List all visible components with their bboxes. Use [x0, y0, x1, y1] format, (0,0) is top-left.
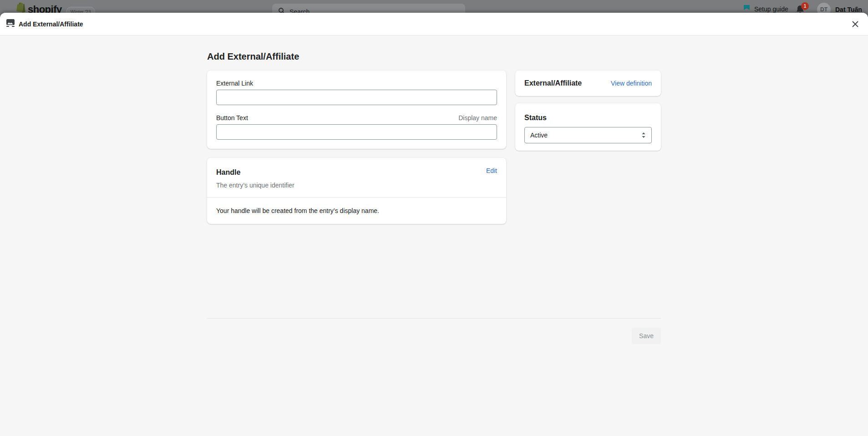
notifications-button[interactable]: 1	[796, 5, 807, 13]
edition-badge[interactable]: Winter '23	[66, 7, 96, 13]
shopify-logo[interactable]: shopify Winter '23	[16, 2, 95, 13]
admin-topbar-inner: shopify Winter '23 Search Setup guide	[0, 0, 868, 13]
close-icon	[851, 20, 860, 29]
search-icon	[278, 7, 285, 13]
status-select[interactable]: Active	[524, 127, 652, 143]
updown-arrows-icon	[641, 132, 646, 138]
edit-handle-link[interactable]: Edit	[486, 167, 497, 174]
modal-footer: Save	[207, 318, 661, 344]
display-name-hint: Display name	[458, 114, 497, 122]
view-definition-link[interactable]: View definition	[611, 80, 652, 87]
status-selected-value: Active	[530, 132, 548, 139]
external-link-label: External Link	[216, 80, 497, 87]
definition-card-title: External/Affiliate	[524, 78, 582, 89]
search-placeholder: Search	[289, 8, 310, 13]
handle-subtitle: The entry’s unique identifier	[216, 181, 497, 190]
page-title: Add External/Affiliate	[207, 50, 661, 63]
search-input[interactable]: Search	[272, 4, 465, 13]
shopify-wordmark: shopify	[28, 4, 62, 13]
notification-count-badge: 1	[801, 2, 809, 10]
button-text-input[interactable]	[216, 124, 497, 140]
user-menu[interactable]: DT Dat Tuấn	[817, 3, 862, 13]
external-link-field: External Link	[216, 80, 497, 105]
add-entry-modal: Add External/Affiliate Add External/Affi…	[0, 13, 868, 436]
avatar: DT	[817, 3, 831, 13]
entry-fields-card: External Link Button Text Display name	[207, 71, 506, 149]
modal-title: Add External/Affiliate	[19, 20, 83, 28]
metaobject-image-icon	[6, 19, 15, 29]
setup-guide-flag-icon	[743, 5, 750, 13]
modal-body: Add External/Affiliate External Link But…	[0, 35, 868, 344]
external-link-input[interactable]	[216, 90, 497, 105]
button-text-label: Button Text	[216, 114, 248, 122]
status-card: Status Active	[515, 103, 661, 151]
save-button[interactable]: Save	[632, 328, 661, 344]
definition-card: External/Affiliate View definition	[515, 71, 661, 96]
admin-topbar: shopify Winter '23 Search Setup guide	[0, 0, 868, 13]
user-name: Dat Tuấn	[835, 6, 862, 13]
close-button[interactable]	[846, 15, 864, 33]
status-card-title: Status	[524, 112, 652, 123]
handle-card-title: Handle	[216, 167, 240, 178]
modal-header: Add External/Affiliate	[0, 13, 868, 35]
shopify-bag-icon	[16, 2, 25, 13]
button-text-field: Button Text Display name	[216, 114, 497, 140]
setup-guide-button[interactable]: Setup guide	[743, 5, 788, 13]
handle-card: Handle Edit The entry’s unique identifie…	[207, 158, 506, 224]
setup-guide-label: Setup guide	[754, 5, 788, 13]
handle-description: Your handle will be created from the ent…	[216, 206, 497, 215]
